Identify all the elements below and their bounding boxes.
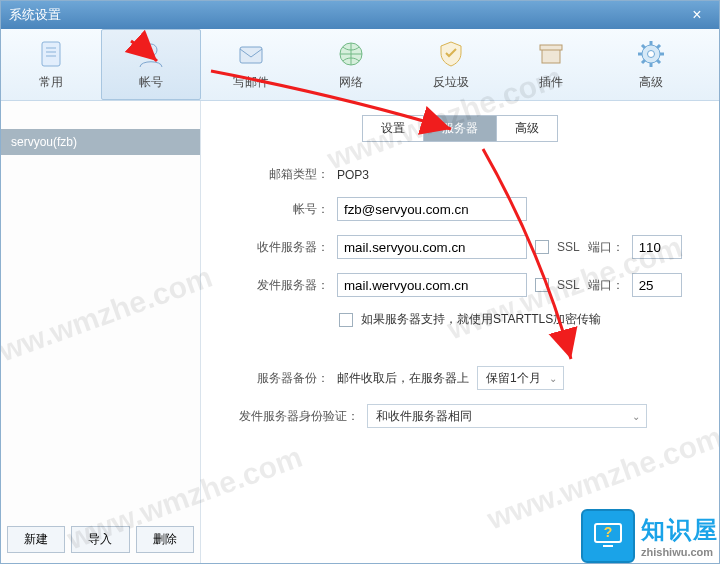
toolbar-item-label: 帐号 — [139, 74, 163, 91]
chevron-down-icon: ⌄ — [549, 373, 557, 384]
starttls-checkbox[interactable] — [339, 313, 353, 327]
auth-label: 发件服务器身份验证： — [219, 408, 359, 425]
account-input[interactable] — [337, 197, 527, 221]
toolbar-item-label: 常用 — [39, 74, 63, 91]
gear-icon — [635, 38, 667, 70]
chevron-down-icon: ⌄ — [632, 411, 640, 422]
svg-point-10 — [648, 51, 655, 58]
backup-label: 服务器备份： — [219, 370, 329, 387]
incoming-server-input[interactable] — [337, 235, 527, 259]
globe-icon — [335, 38, 367, 70]
svg-line-17 — [657, 45, 660, 48]
brand-name: 知识屋 — [641, 514, 719, 546]
new-button[interactable]: 新建 — [7, 526, 65, 553]
auth-select-value: 和收件服务器相同 — [376, 408, 472, 425]
shield-icon — [435, 38, 467, 70]
svg-rect-8 — [540, 45, 562, 50]
auth-select[interactable]: 和收件服务器相同 ⌄ — [367, 404, 647, 428]
toolbar: 常用 帐号 写邮件 网络 反垃圾 — [1, 29, 719, 101]
backup-text: 邮件收取后，在服务器上 — [337, 370, 469, 387]
toolbar-item-label: 网络 — [339, 74, 363, 91]
account-list-item[interactable]: servyou(fzb) — [1, 129, 200, 155]
svg-text:?: ? — [604, 524, 613, 540]
doc-icon — [35, 38, 67, 70]
toolbar-item-label: 高级 — [639, 74, 663, 91]
backup-select[interactable]: 保留1个月 ⌄ — [477, 366, 564, 390]
toolbar-item-label: 写邮件 — [233, 74, 269, 91]
close-icon[interactable]: × — [683, 6, 711, 24]
tab-advanced[interactable]: 高级 — [497, 115, 558, 142]
toolbar-item-account[interactable]: 帐号 — [101, 29, 201, 100]
monitor-icon: ? — [581, 509, 635, 563]
window-title: 系统设置 — [9, 6, 61, 24]
brand-badge: ? 知识屋 zhishiwu.com — [581, 509, 719, 563]
svg-rect-5 — [240, 47, 262, 63]
svg-point-4 — [145, 44, 157, 56]
toolbar-item-compose[interactable]: 写邮件 — [201, 29, 301, 100]
brand-domain: zhishiwu.com — [641, 546, 719, 558]
user-icon — [135, 38, 167, 70]
mailbox-type-label: 邮箱类型： — [219, 166, 329, 183]
ssl-label: SSL — [557, 240, 580, 254]
toolbar-item-advanced[interactable]: 高级 — [601, 29, 701, 100]
toolbar-item-label: 反垃圾 — [433, 74, 469, 91]
backup-select-value: 保留1个月 — [486, 370, 541, 387]
svg-line-18 — [642, 60, 645, 63]
envelope-icon — [235, 38, 267, 70]
incoming-ssl-checkbox[interactable] — [535, 240, 549, 254]
svg-line-16 — [657, 60, 660, 63]
toolbar-item-common[interactable]: 常用 — [1, 29, 101, 100]
svg-line-15 — [642, 45, 645, 48]
incoming-label: 收件服务器： — [219, 239, 329, 256]
svg-rect-0 — [42, 42, 60, 66]
account-label: 帐号： — [219, 201, 329, 218]
toolbar-item-network[interactable]: 网络 — [301, 29, 401, 100]
titlebar: 系统设置 × — [1, 1, 719, 29]
outgoing-label: 发件服务器： — [219, 277, 329, 294]
